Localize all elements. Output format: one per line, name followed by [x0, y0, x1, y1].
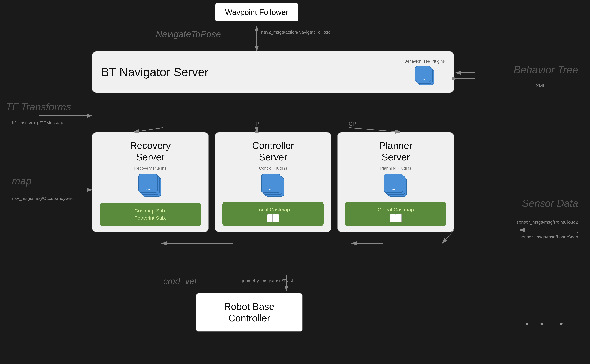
cmdvel-label: cmd_vel [163, 276, 196, 286]
svg-marker-1 [526, 323, 529, 325]
global-page-2 [395, 214, 402, 222]
local-costmap-box: Local Costmap [222, 202, 324, 226]
sensor-message-1: sensor_msgs/msg/PointCloud2 [517, 220, 578, 225]
svg-line-15 [134, 128, 163, 132]
planner-server-title: PlannerServer [379, 140, 412, 163]
controller-plugin-stack: ... [261, 174, 285, 197]
bt-plugin-stack: ... [415, 66, 434, 85]
planner-dots: ... [384, 186, 403, 191]
map-label: map [12, 175, 32, 187]
navigate-label: NavigateToPose [156, 29, 221, 39]
recovery-plugin-stack: ... [138, 174, 162, 197]
waypoint-title: Waypoint Follower [225, 8, 288, 16]
two-way-arrow-icon [540, 321, 564, 327]
plugin-dots: ... [415, 76, 431, 81]
recovery-plugin-label: Recovery Plugins [134, 166, 167, 171]
tf-message: tf2_msgs/msg/TFMessage [12, 120, 64, 125]
behavior-tree-label: Behavior Tree [514, 64, 578, 76]
planner-plugin-stack: ... [384, 174, 408, 197]
global-costmap-label: Global Costmap [378, 206, 414, 213]
bt-plugin-area: Behavior Tree Plugins ... [404, 59, 445, 85]
global-costmap-icon [390, 215, 401, 221]
servers-row: RecoveryServer Recovery Plugins ... Cost… [92, 132, 454, 232]
recovery-card-front: ... [138, 174, 158, 193]
legend-arrow-2 [540, 321, 564, 327]
recovery-costmap-box: Costmap Sub.Footprint Sub. [100, 203, 201, 226]
cp-label: CP [349, 121, 356, 127]
planner-card-front: ... [384, 174, 403, 193]
sensor-message-2: ... [574, 228, 578, 234]
map-message: nav_msgs/msg/OccupancyGrid [12, 196, 74, 201]
planner-server-box: PlannerServer Planning Plugins ... Globa… [337, 132, 454, 232]
costmap-page-2 [272, 214, 279, 222]
one-way-arrow-icon [507, 321, 529, 327]
waypoint-follower-box: Waypoint Follower [215, 3, 298, 21]
sensor-message-4: ... [574, 240, 578, 246]
recovery-server-title: RecoveryServer [130, 140, 171, 163]
local-costmap-icon [268, 215, 278, 221]
xml-label: XML [536, 83, 545, 89]
controller-card-front: ... [261, 174, 280, 193]
fp-label: FP [252, 121, 259, 127]
svg-line-17 [349, 128, 401, 132]
navigate-message: nav2_msgs/action/NavigateToPose [261, 30, 331, 35]
svg-marker-4 [560, 323, 564, 325]
control-plugin-label: Control Plugins [259, 166, 287, 171]
controller-dots: ... [262, 186, 280, 191]
bt-navigator-box: BT Navigator Server Behavior Tree Plugin… [92, 51, 454, 93]
plugin-card-front: ... [415, 66, 431, 82]
legend-box [498, 302, 572, 346]
robot-base-title: Robot BaseController [224, 301, 274, 324]
cmdvel-message: geometry_msgs/msg/Twist [240, 278, 293, 283]
controller-server-box: ControllerServer Control Plugins ... Loc… [215, 132, 331, 232]
robot-base-controller-box: Robot BaseController [196, 293, 303, 332]
bt-navigator-title: BT Navigator Server [101, 65, 208, 79]
global-costmap-box: Global Costmap [345, 202, 446, 226]
recovery-costmap-label: Costmap Sub.Footprint Sub. [135, 207, 166, 221]
tf-transforms-label: TF Transforms [6, 101, 71, 112]
local-costmap-label: Local Costmap [256, 206, 290, 213]
planning-plugin-label: Planning Plugins [380, 166, 411, 171]
recovery-dots: ... [139, 186, 157, 191]
sensor-data-label: Sensor Data [522, 197, 578, 209]
svg-marker-3 [540, 323, 543, 325]
controller-server-title: ControllerServer [252, 140, 294, 163]
bt-plugin-label: Behavior Tree Plugins [404, 59, 445, 64]
legend-arrow-1 [507, 321, 529, 327]
sensor-message-3: sensor_msgs/msg/LaserScan [519, 234, 578, 240]
recovery-server-box: RecoveryServer Recovery Plugins ... Cost… [92, 132, 209, 232]
